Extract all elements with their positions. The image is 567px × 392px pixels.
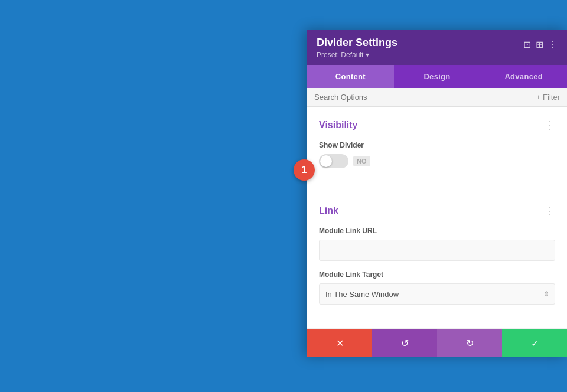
- module-link-url-label: Module Link URL: [319, 227, 555, 235]
- cancel-button[interactable]: ✕: [307, 329, 372, 357]
- panel-title-block: Divider Settings Preset: Default ▾: [317, 37, 397, 59]
- link-section-header: Link ⋮: [319, 204, 555, 217]
- redo-button[interactable]: ↻: [437, 329, 502, 357]
- visibility-section: Visibility ⋮ Show Divider NO: [307, 107, 567, 192]
- panel-header: Divider Settings Preset: Default ▾ ⊡ ⊞ ⋮: [307, 30, 567, 65]
- step-badge: 1: [294, 159, 315, 181]
- panel-footer: ✕ ↺ ↻ ✓: [307, 329, 567, 357]
- module-link-target-label: Module Link Target: [319, 270, 555, 279]
- visibility-title: Visibility: [319, 120, 358, 130]
- module-link-url-field: Module Link URL: [319, 227, 555, 261]
- link-section: Link ⋮ Module Link URL Module Link Targe…: [307, 192, 567, 329]
- show-divider-label: Show Divider: [319, 141, 555, 149]
- filter-button[interactable]: + Filter: [536, 93, 560, 102]
- module-link-target-select-wrapper: In The Same Window In The New Tab ⇕: [319, 283, 555, 305]
- module-link-url-input[interactable]: [319, 240, 555, 261]
- redo-icon: ↻: [466, 338, 474, 349]
- visibility-menu-icon[interactable]: ⋮: [545, 119, 555, 132]
- link-title: Link: [319, 205, 338, 216]
- panel-preset[interactable]: Preset: Default ▾: [317, 51, 397, 59]
- more-options-icon[interactable]: ⋮: [548, 39, 558, 50]
- search-input[interactable]: [314, 93, 536, 102]
- undo-icon: ↺: [401, 338, 409, 349]
- panel-tabs: Content Design Advanced: [307, 65, 567, 88]
- panel-body: Visibility ⋮ Show Divider NO Link ⋮: [307, 107, 567, 329]
- save-icon: ✓: [531, 338, 539, 349]
- tab-advanced[interactable]: Advanced: [480, 65, 567, 88]
- tab-design[interactable]: Design: [394, 65, 481, 88]
- toggle-state-label: NO: [353, 156, 370, 166]
- panel-title: Divider Settings: [317, 37, 397, 49]
- settings-panel: Divider Settings Preset: Default ▾ ⊡ ⊞ ⋮…: [307, 30, 567, 357]
- visibility-section-header: Visibility ⋮: [319, 119, 555, 132]
- show-divider-field: Show Divider NO: [319, 141, 555, 168]
- save-button[interactable]: ✓: [502, 329, 567, 357]
- panel-header-icons: ⊡ ⊞ ⋮: [523, 39, 558, 50]
- show-divider-toggle[interactable]: [319, 154, 348, 168]
- module-link-target-select[interactable]: In The Same Window In The New Tab: [319, 283, 555, 305]
- cancel-icon: ✕: [336, 338, 344, 349]
- tab-content[interactable]: Content: [307, 65, 394, 88]
- undo-button[interactable]: ↺: [372, 329, 437, 357]
- toggle-wrapper: NO: [319, 154, 555, 168]
- grid-icon[interactable]: ⊞: [536, 39, 543, 50]
- expand-icon[interactable]: ⊡: [523, 39, 531, 50]
- toggle-knob: [320, 155, 332, 167]
- search-bar: + Filter: [307, 88, 567, 107]
- module-link-target-field: Module Link Target In The Same Window In…: [319, 270, 555, 305]
- link-menu-icon[interactable]: ⋮: [545, 204, 555, 217]
